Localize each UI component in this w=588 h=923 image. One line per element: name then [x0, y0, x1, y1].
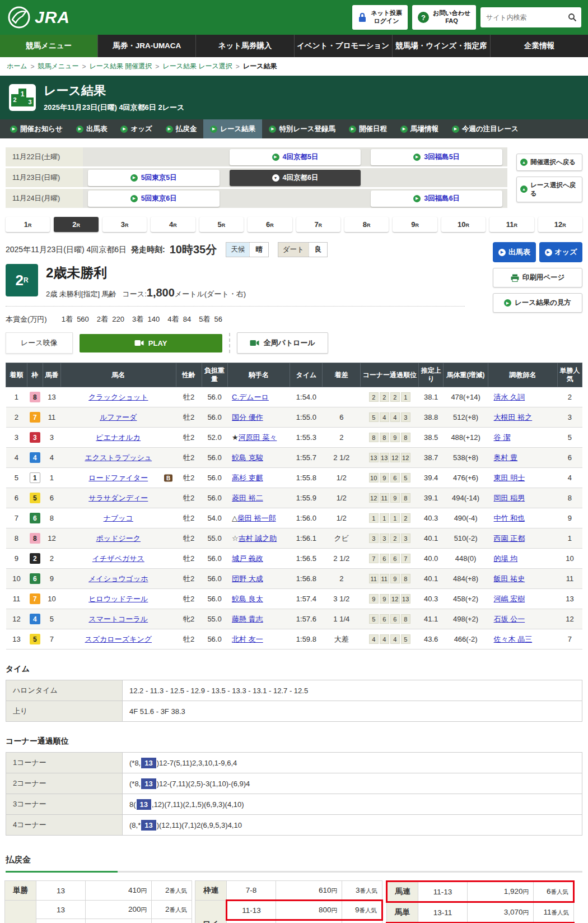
jockey-name-link[interactable]: 鮫島 克駿: [232, 453, 263, 462]
trainer-name-link[interactable]: 東田 明士: [494, 474, 525, 482]
race-tab-12r[interactable]: 12R: [538, 217, 582, 232]
horse-name-link[interactable]: スマートコーラル: [88, 615, 148, 623]
trainer-cell: 奥村 豊: [488, 448, 558, 468]
corner-position: 13: [380, 453, 389, 462]
race-tab-9r[interactable]: 9R: [393, 217, 437, 232]
breadcrumb-link[interactable]: レース結果 レース選択: [162, 62, 232, 71]
jockey-name-link[interactable]: 河原田 菜々: [239, 433, 277, 442]
trainer-name-link[interactable]: 岡田 稲男: [494, 494, 525, 502]
corner-row-value: (*8,13)12-7(5,11)2,3,10,1-9,6,4: [123, 753, 582, 773]
jockey-name-link[interactable]: 菱田 裕二: [232, 494, 263, 502]
main-nav-item[interactable]: 企業情報: [490, 35, 588, 57]
race-tab-4r[interactable]: 4R: [151, 217, 195, 232]
horse-name-link[interactable]: サラサダンディー: [88, 494, 148, 502]
horse-name-link[interactable]: ルファーダ: [100, 413, 137, 421]
meeting-button[interactable]: ▶4回京都5日: [230, 149, 361, 165]
trainer-name-link[interactable]: 飯田 祐史: [494, 574, 525, 583]
horse-name-link[interactable]: スズカローズキング: [85, 635, 152, 643]
breadcrumb-link[interactable]: ホーム: [7, 62, 27, 71]
race-tab-11r[interactable]: 11R: [489, 217, 534, 232]
jockey-cell: 鮫島 良太: [227, 589, 290, 609]
jockey-name-link[interactable]: 団野 大成: [232, 574, 263, 583]
print-page-button[interactable]: 印刷用ページ: [493, 268, 582, 287]
trainer-name-link[interactable]: 奥村 豊: [494, 453, 518, 462]
trainer-name-link[interactable]: 河嶋 宏樹: [494, 595, 525, 603]
jockey-name-link[interactable]: 国分 優作: [232, 413, 263, 421]
subnav-item[interactable]: ▶馬場情報: [394, 119, 445, 138]
breadcrumb-link[interactable]: レース結果 開催選択: [89, 62, 152, 71]
trainer-name-link[interactable]: 的場 均: [494, 554, 518, 563]
faq-button[interactable]: ? お問い合わせ FAQ: [412, 5, 476, 30]
back-button[interactable]: ▲開催選択へ戻る: [516, 154, 582, 171]
waku-number: 2: [30, 553, 40, 564]
horse-name-link[interactable]: ロードファイター: [88, 474, 148, 482]
circle-arrow-icon: ▶: [413, 195, 421, 202]
prize-money-line: 本賞金(万円) 1着 5602着 2203着 1404着 845着 56: [6, 314, 582, 324]
horse-name-link[interactable]: エクストラプッシュ: [85, 453, 152, 462]
trainer-name-link[interactable]: 石坂 公一: [494, 615, 525, 623]
trainer-name-link[interactable]: 谷 潔: [494, 433, 511, 442]
jockey-name-link[interactable]: 吉村 誠之助: [239, 534, 277, 542]
meeting-button[interactable]: ▼4回京都6日: [230, 170, 361, 186]
search-icon[interactable]: [568, 13, 577, 22]
horse-name-link[interactable]: クラックショット: [88, 393, 148, 401]
meeting-button[interactable]: ▶5回東京6日: [88, 191, 220, 207]
subnav-item[interactable]: ▶開催日程: [342, 119, 394, 138]
race-tab-2r[interactable]: 2R: [54, 217, 98, 232]
meeting-button[interactable]: ▶5回東京5日: [88, 170, 220, 186]
horse-name-link[interactable]: ポッドジーク: [96, 534, 141, 542]
jockey-name-link[interactable]: 高杉 吏麒: [232, 474, 263, 482]
subnav-item[interactable]: ▶レース結果: [203, 119, 262, 138]
play-button[interactable]: PLAY: [80, 334, 222, 352]
jockey-name-link[interactable]: 柴田 裕一郎: [237, 514, 276, 522]
trainer-name-link[interactable]: 清水 久詞: [494, 393, 525, 401]
jockey-name-link[interactable]: 藤懸 貴志: [232, 615, 263, 623]
payout-combination: 11-13: [418, 882, 468, 902]
subnav-item[interactable]: ▶払戻金: [159, 119, 204, 138]
main-nav-item[interactable]: イベント・プロモーション: [294, 35, 392, 57]
jockey-name-link[interactable]: 北村 友一: [232, 635, 263, 643]
subnav-item[interactable]: ▶開催お知らせ: [3, 119, 69, 138]
race-tab-6r[interactable]: 6R: [248, 217, 292, 232]
patrol-video-button[interactable]: 全周パトロール: [237, 332, 328, 354]
main-nav-item[interactable]: ネット馬券購入: [195, 35, 293, 57]
site-search-input[interactable]: [485, 13, 568, 22]
horse-name-link[interactable]: ヒロウッドテール: [88, 595, 148, 603]
main-nav-item[interactable]: 競馬場・ウインズ・指定席: [392, 35, 490, 57]
jra-logo[interactable]: JRA: [7, 5, 70, 30]
subnav-item[interactable]: ▶今週の注目レース: [445, 119, 525, 138]
jockey-name-link[interactable]: 城戸 義政: [232, 554, 263, 563]
race-tab-3r[interactable]: 3R: [102, 217, 147, 232]
jockey-name-link[interactable]: 鮫島 良太: [232, 595, 263, 603]
odds-button[interactable]: ▶オッズ: [539, 242, 582, 262]
race-tab-1r[interactable]: 1R: [6, 217, 50, 232]
race-tab-5r[interactable]: 5R: [199, 217, 244, 232]
race-result-podium-icon: 1 2 3: [9, 84, 36, 111]
shutsuba-button[interactable]: ▶出馬表: [493, 242, 536, 262]
trainer-name-link[interactable]: 西園 正都: [494, 534, 525, 542]
jockey-name-link[interactable]: C.デムーロ: [232, 393, 269, 401]
net-voting-login-button[interactable]: ネット投票 ログイン: [352, 5, 408, 30]
result-guide-button[interactable]: ▶ レース結果の見方: [493, 293, 582, 313]
race-tab-7r[interactable]: 7R: [296, 217, 340, 232]
trainer-name-link[interactable]: 大根田 裕之: [494, 413, 533, 421]
main-nav-item[interactable]: 馬券・JRA-UMACA: [97, 35, 195, 57]
breadcrumb-link[interactable]: 競馬メニュー: [38, 62, 79, 71]
payout-bet-type: ワイド: [195, 901, 227, 923]
trainer-name-link[interactable]: 佐々木 晶三: [494, 635, 533, 643]
meeting-button[interactable]: ▶3回福島5日: [371, 149, 502, 165]
main-nav-item[interactable]: 競馬メニュー: [0, 35, 97, 57]
trainer-name-link[interactable]: 中竹 和也: [494, 514, 525, 522]
horse-name-link[interactable]: ピエナオルカ: [96, 433, 141, 442]
subnav-item[interactable]: ▶出馬表: [69, 119, 114, 138]
horse-name-link[interactable]: メイショウゴッホ: [88, 574, 148, 583]
back-button[interactable]: ▲レース選択へ戻る: [516, 177, 582, 202]
horse-name-link[interactable]: イチザペガサス: [92, 554, 144, 563]
subnav-item[interactable]: ▶特別レース登録馬: [262, 119, 342, 138]
subnav-item[interactable]: ▶オッズ: [114, 119, 158, 138]
race-tab-10r[interactable]: 10R: [441, 217, 486, 232]
race-tab-8r[interactable]: 8R: [344, 217, 389, 232]
meeting-button[interactable]: ▶3回福島6日: [371, 191, 502, 207]
horse-name-link[interactable]: ナブッコ: [104, 514, 133, 522]
subnav-item-label: 出馬表: [86, 124, 108, 134]
